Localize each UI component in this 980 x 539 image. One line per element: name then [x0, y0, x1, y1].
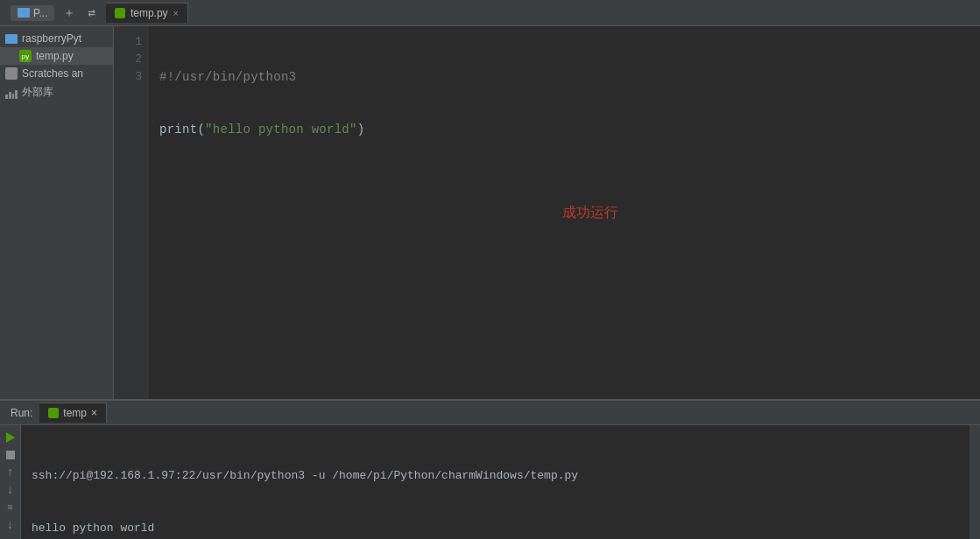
code-line-1: #!/usr/bin/python3: [159, 68, 969, 86]
bottom-content: ↑ ↓ ≡ ↓ ssh://pi@192.168.1.97:22/usr/bin…: [0, 425, 980, 539]
code-editor[interactable]: #!/usr/bin/python3 print("hello python w…: [149, 26, 980, 399]
editor-content: 1 2 3 #!/usr/bin/python3 print("hello py…: [114, 26, 980, 399]
line-numbers: 1 2 3: [114, 26, 149, 399]
folder-icon: [18, 8, 30, 18]
arrow-up-button[interactable]: ↑: [4, 466, 18, 480]
line-num-2: 2: [114, 51, 142, 68]
py-file-icon: [115, 8, 125, 18]
folder-icon: [5, 34, 18, 44]
bottom-tab-temp[interactable]: temp ×: [39, 402, 107, 423]
bottom-tab-bar: Run: temp ×: [0, 401, 980, 425]
file-tab-close[interactable]: ×: [173, 8, 179, 18]
line-num-1: 1: [114, 33, 142, 51]
sidebar-item-scratches[interactable]: Scratches an: [0, 65, 113, 82]
terminal-line-2: hello python world: [32, 520, 959, 537]
tab-bar-left: P... ＋ ⇄: [4, 5, 106, 21]
run-label: Run:: [4, 407, 39, 419]
bottom-left-controls: ↑ ↓ ≡ ↓: [0, 425, 21, 539]
stop-icon: [6, 451, 15, 459]
bottom-panel: Run: temp × ↑ ↓ ≡ ↓ ssh://pi@192.168.1.9…: [0, 399, 980, 539]
editor-area: 1 2 3 #!/usr/bin/python3 print("hello py…: [114, 26, 980, 399]
bars-icon: [5, 87, 18, 99]
code-line-2: print("hello python world"): [159, 121, 969, 138]
sidebar-item-label: Scratches an: [22, 67, 83, 80]
sidebar: raspberryPyt py temp.py Scratches an 外部库: [0, 26, 114, 399]
run-tab-icon: [48, 408, 59, 418]
open-paren: (: [197, 122, 205, 136]
project-label: P...: [33, 7, 47, 19]
stop-button[interactable]: [4, 448, 18, 462]
sidebar-item-external-libs[interactable]: 外部库: [0, 82, 113, 102]
code-line-3: [159, 173, 969, 191]
file-tab-name: temp.py: [130, 7, 168, 19]
arrow-down-button[interactable]: ↓: [4, 483, 18, 497]
scroll-down-button[interactable]: ↓: [4, 518, 18, 532]
sidebar-item-label: 外部库: [22, 85, 53, 100]
play-icon: [6, 432, 15, 443]
terminal-line-1: ssh://pi@192.168.1.97:22/usr/bin/python3…: [32, 467, 959, 485]
bottom-tab-name: temp: [63, 407, 87, 419]
arrows-icon[interactable]: ⇄: [84, 5, 98, 20]
sidebar-item-label: raspberryPyt: [22, 32, 81, 45]
file-tab-temp[interactable]: temp.py ×: [106, 3, 188, 23]
sidebar-item-temp-py[interactable]: py temp.py: [0, 47, 113, 65]
scrollbar-area[interactable]: [969, 425, 980, 539]
sidebar-item-raspberryPyt[interactable]: raspberryPyt: [0, 30, 113, 47]
plus-icon[interactable]: ＋: [60, 5, 79, 21]
line-num-3: 3: [114, 68, 142, 86]
main-area: raspberryPyt py temp.py Scratches an 外部库…: [0, 26, 980, 399]
tab-bar: P... ＋ ⇄ temp.py ×: [0, 0, 980, 26]
shebang: #!/usr/bin/python3: [159, 70, 296, 84]
py-icon: py: [19, 50, 32, 62]
print-keyword: print: [159, 122, 197, 136]
sidebar-item-label: temp.py: [36, 50, 74, 62]
close-paren: ): [357, 122, 365, 136]
string-literal: "hello python world": [205, 122, 357, 136]
bottom-tab-close[interactable]: ×: [91, 407, 97, 419]
terminal-output: ssh://pi@192.168.1.97:22/usr/bin/python3…: [21, 425, 969, 539]
wrap-button[interactable]: ≡: [4, 500, 18, 514]
play-button[interactable]: [4, 430, 18, 444]
project-button[interactable]: P...: [11, 5, 54, 21]
scratches-icon: [5, 67, 18, 80]
